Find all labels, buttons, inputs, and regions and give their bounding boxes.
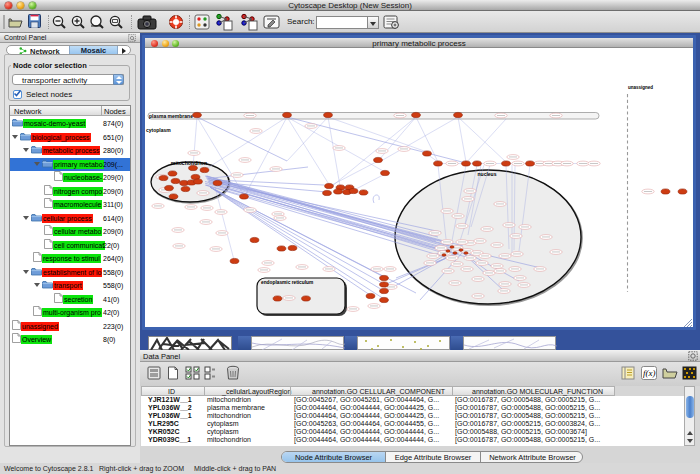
svg-text:f(x): f(x) [643,368,656,378]
svg-text:endoplasmic reticulum: endoplasmic reticulum [261,280,313,285]
svg-text:nucleus: nucleus [478,171,497,177]
svg-text:cytoplasm: cytoplasm [146,127,171,133]
svg-text:plasma membrane: plasma membrane [149,113,193,119]
svg-text:unassigned: unassigned [628,85,653,90]
svg-text:mitochondrion: mitochondrion [171,160,207,166]
